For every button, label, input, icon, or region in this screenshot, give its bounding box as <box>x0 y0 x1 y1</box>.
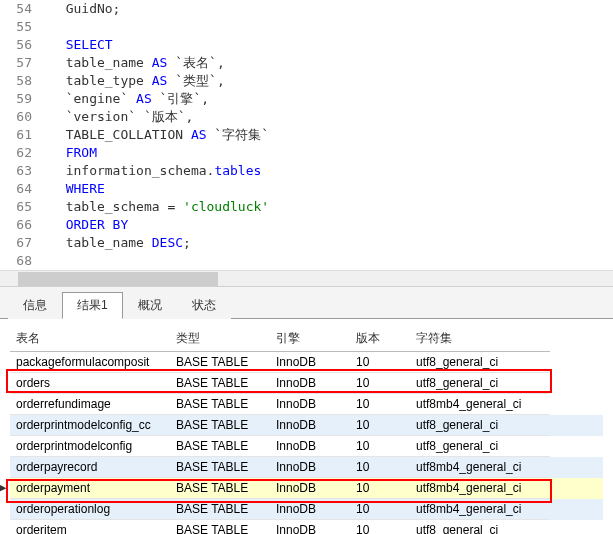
cell-charset[interactable]: utf8_general_ci <box>410 415 550 436</box>
cell-name[interactable]: orders <box>10 373 170 394</box>
line-number: 58 <box>0 72 32 90</box>
editor-horizontal-scrollbar[interactable] <box>0 270 613 286</box>
code-line[interactable]: SELECT <box>50 36 269 54</box>
cell-engine[interactable]: InnoDB <box>270 436 350 457</box>
table-row[interactable]: ordersBASE TABLEInnoDB10utf8_general_ci <box>10 373 603 394</box>
cell-engine[interactable]: InnoDB <box>270 457 350 478</box>
table-row[interactable]: ▶orderpaymentBASE TABLEInnoDB10utf8mb4_g… <box>10 478 603 499</box>
results-panel: 表名 类型 引擎 版本 字符集 packageformulacompositBA… <box>0 319 613 534</box>
header-version[interactable]: 版本 <box>350 326 410 352</box>
cell-charset[interactable]: utf8_general_ci <box>410 436 550 457</box>
cell-name[interactable]: orderoperationlog <box>10 499 170 520</box>
line-number: 57 <box>0 54 32 72</box>
table-row[interactable]: orderoperationlogBASE TABLEInnoDB10utf8m… <box>10 499 603 520</box>
code-line[interactable]: table_name DESC; <box>50 234 269 252</box>
code-line[interactable] <box>50 252 269 270</box>
code-line[interactable]: table_name AS `表名`, <box>50 54 269 72</box>
line-number: 68 <box>0 252 32 270</box>
cell-version[interactable]: 10 <box>350 520 410 534</box>
line-number: 54 <box>0 0 32 18</box>
tab-1[interactable]: 结果1 <box>62 292 123 319</box>
cell-version[interactable]: 10 <box>350 499 410 520</box>
line-number: 63 <box>0 162 32 180</box>
grid-header-row[interactable]: 表名 类型 引擎 版本 字符集 <box>10 326 603 352</box>
cell-engine[interactable]: InnoDB <box>270 415 350 436</box>
cell-engine[interactable]: InnoDB <box>270 520 350 534</box>
tab-3[interactable]: 状态 <box>177 292 231 319</box>
code-line[interactable]: `engine` AS `引擎`, <box>50 90 269 108</box>
code-line[interactable]: TABLE_COLLATION AS `字符集` <box>50 126 269 144</box>
line-number: 56 <box>0 36 32 54</box>
cell-type[interactable]: BASE TABLE <box>170 520 270 534</box>
cell-name[interactable]: packageformulacomposit <box>10 352 170 373</box>
cell-type[interactable]: BASE TABLE <box>170 352 270 373</box>
cell-version[interactable]: 10 <box>350 415 410 436</box>
code-content[interactable]: GuidNo; SELECT table_name AS `表名`, table… <box>40 0 269 270</box>
line-number: 66 <box>0 216 32 234</box>
cell-version[interactable]: 10 <box>350 436 410 457</box>
cell-version[interactable]: 10 <box>350 478 410 499</box>
cell-charset[interactable]: utf8mb4_general_ci <box>410 478 550 499</box>
cell-charset[interactable]: utf8_general_ci <box>410 520 550 534</box>
line-number: 55 <box>0 18 32 36</box>
code-line[interactable]: WHERE <box>50 180 269 198</box>
line-number-gutter: 545556575859606162636465666768 <box>0 0 40 270</box>
code-line[interactable]: information_schema.tables <box>50 162 269 180</box>
cell-name[interactable]: orderrefundimage <box>10 394 170 415</box>
cell-charset[interactable]: utf8_general_ci <box>410 373 550 394</box>
header-name[interactable]: 表名 <box>10 326 170 352</box>
line-number: 65 <box>0 198 32 216</box>
code-line[interactable]: table_schema = 'cloudluck' <box>50 198 269 216</box>
cell-charset[interactable]: utf8_general_ci <box>410 352 550 373</box>
cell-name[interactable]: orderprintmodelconfig_cc <box>10 415 170 436</box>
cell-charset[interactable]: utf8mb4_general_ci <box>410 394 550 415</box>
cell-engine[interactable]: InnoDB <box>270 499 350 520</box>
cell-name[interactable]: orderitem <box>10 520 170 534</box>
cell-type[interactable]: BASE TABLE <box>170 457 270 478</box>
table-row[interactable]: orderpayrecordBASE TABLEInnoDB10utf8mb4_… <box>10 457 603 478</box>
cell-type[interactable]: BASE TABLE <box>170 436 270 457</box>
cell-type[interactable]: BASE TABLE <box>170 478 270 499</box>
cell-charset[interactable]: utf8mb4_general_ci <box>410 499 550 520</box>
scrollbar-thumb[interactable] <box>18 272 218 286</box>
results-grid[interactable]: 表名 类型 引擎 版本 字符集 packageformulacompositBA… <box>10 325 603 534</box>
cell-engine[interactable]: InnoDB <box>270 478 350 499</box>
cell-version[interactable]: 10 <box>350 394 410 415</box>
code-line[interactable]: ORDER BY <box>50 216 269 234</box>
cell-name[interactable]: orderprintmodelconfig <box>10 436 170 457</box>
cell-charset[interactable]: utf8mb4_general_ci <box>410 457 550 478</box>
header-engine[interactable]: 引擎 <box>270 326 350 352</box>
cell-name[interactable]: orderpayment <box>10 478 170 499</box>
code-line[interactable] <box>50 18 269 36</box>
code-line[interactable]: `version` `版本`, <box>50 108 269 126</box>
cell-version[interactable]: 10 <box>350 457 410 478</box>
cell-version[interactable]: 10 <box>350 373 410 394</box>
cell-engine[interactable]: InnoDB <box>270 352 350 373</box>
table-row[interactable]: packageformulacompositBASE TABLEInnoDB10… <box>10 352 603 373</box>
tab-2[interactable]: 概况 <box>123 292 177 319</box>
current-row-marker-icon: ▶ <box>0 481 6 494</box>
line-number: 67 <box>0 234 32 252</box>
sql-editor[interactable]: 545556575859606162636465666768 GuidNo; S… <box>0 0 613 287</box>
table-row[interactable]: orderprintmodelconfigBASE TABLEInnoDB10u… <box>10 436 603 457</box>
table-row[interactable]: orderprintmodelconfig_ccBASE TABLEInnoDB… <box>10 415 603 436</box>
cell-name[interactable]: orderpayrecord <box>10 457 170 478</box>
table-row[interactable]: orderitemBASE TABLEInnoDB10utf8_general_… <box>10 520 603 534</box>
cell-type[interactable]: BASE TABLE <box>170 373 270 394</box>
line-number: 64 <box>0 180 32 198</box>
cell-type[interactable]: BASE TABLE <box>170 415 270 436</box>
code-line[interactable]: table_type AS `类型`, <box>50 72 269 90</box>
header-charset[interactable]: 字符集 <box>410 326 550 352</box>
cell-version[interactable]: 10 <box>350 352 410 373</box>
results-tabs: 信息结果1概况状态 <box>0 287 613 319</box>
header-type[interactable]: 类型 <box>170 326 270 352</box>
code-line[interactable]: FROM <box>50 144 269 162</box>
cell-engine[interactable]: InnoDB <box>270 373 350 394</box>
cell-type[interactable]: BASE TABLE <box>170 499 270 520</box>
tab-0[interactable]: 信息 <box>8 292 62 319</box>
cell-engine[interactable]: InnoDB <box>270 394 350 415</box>
table-row[interactable]: orderrefundimageBASE TABLEInnoDB10utf8mb… <box>10 394 603 415</box>
line-number: 62 <box>0 144 32 162</box>
code-line[interactable]: GuidNo; <box>50 0 269 18</box>
cell-type[interactable]: BASE TABLE <box>170 394 270 415</box>
